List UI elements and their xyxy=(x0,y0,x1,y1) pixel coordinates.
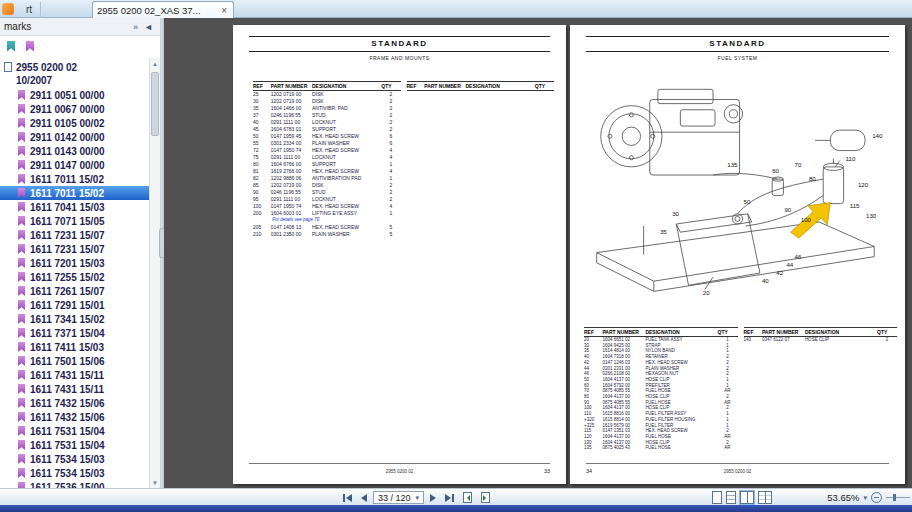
bookmark-item[interactable]: 1611 7011 15/02 xyxy=(0,172,149,186)
bookmark-item[interactable]: 2911 0147 00/00 xyxy=(0,158,149,172)
bookmark-item[interactable]: 1611 7071 15/05 xyxy=(0,214,149,228)
bookmark-item[interactable]: 1611 7536 15/00 xyxy=(0,480,149,488)
facing-pages-mode-icon[interactable] xyxy=(740,491,754,504)
next-view-button[interactable] xyxy=(478,490,493,505)
bookmark-item[interactable]: 1611 7261 15/07 xyxy=(0,284,149,298)
bookmark-item[interactable]: 1611 7431 15/11 xyxy=(0,382,149,396)
bookmark-item[interactable]: 1611 7231 15/07 xyxy=(0,242,149,256)
chevron-down-icon[interactable]: ▾ xyxy=(863,494,867,502)
single-page-mode-icon[interactable] xyxy=(712,491,722,504)
zoom-out-button[interactable] xyxy=(871,492,882,503)
bookmark-label: 1611 7431 15/11 xyxy=(30,370,104,381)
bookmark-flag-icon xyxy=(18,258,25,268)
app-logo-icon[interactable] xyxy=(2,3,14,15)
previous-page-button[interactable] xyxy=(358,492,370,504)
bookmark-flag-icon xyxy=(18,454,25,464)
bookmark-item[interactable]: 1611 7534 15/03 xyxy=(0,466,149,480)
bookmark-item[interactable]: 1611 7201 15/03 xyxy=(0,256,149,270)
bookmarks-scrollbar[interactable]: ▲ ▼ xyxy=(149,58,160,488)
bookmark-label: 1611 7531 15/04 xyxy=(30,426,105,437)
svg-text:60: 60 xyxy=(772,167,779,174)
bookmark-root-item[interactable]: 2955 0200 02 xyxy=(0,60,149,74)
svg-text:35: 35 xyxy=(660,228,667,235)
page-rule xyxy=(249,51,550,52)
bookmark-item[interactable]: 1611 7531 15/04 xyxy=(0,438,149,452)
bookmark-item[interactable]: 1611 7432 15/06 xyxy=(0,410,149,424)
last-page-button[interactable] xyxy=(442,492,457,504)
bookmark-label: 1611 7371 15/04 xyxy=(30,328,105,339)
bookmark-item[interactable]: 1611 7291 15/01 xyxy=(0,298,149,312)
bookmark-item[interactable]: 1611 7231 15/07 xyxy=(0,228,149,242)
svg-text:30: 30 xyxy=(672,210,679,217)
first-page-button[interactable] xyxy=(340,492,355,504)
bookmark-flag-icon xyxy=(18,118,25,128)
bookmark-item[interactable]: 1611 7531 15/04 xyxy=(0,424,149,438)
bookmark-label: 2911 0067 00/00 xyxy=(30,104,105,115)
tab-document[interactable]: 2955 0200 02_XAS 37... × xyxy=(92,1,234,18)
bookmark-flag-icon xyxy=(18,202,25,212)
parts-table-right-column: REFPART NUMBERDESIGNATIONQTY xyxy=(407,81,555,238)
bookmark-label: 1611 7341 15/02 xyxy=(30,314,105,325)
page-footer: 2955 0200 02 xyxy=(570,469,905,474)
scroll-up-icon[interactable]: ▲ xyxy=(150,58,160,69)
page-number-input[interactable]: 33 / 120 ▾ xyxy=(373,491,424,504)
svg-text:80: 80 xyxy=(809,175,816,182)
bookmark-flag-icon xyxy=(18,342,25,352)
bookmark-expand-tool-icon[interactable] xyxy=(5,40,17,53)
page-number: 33 xyxy=(544,468,550,474)
bookmark-list: 2911 0051 00/002911 0067 00/002911 0105 … xyxy=(0,88,149,488)
bookmark-label: 2911 0105 00/02 xyxy=(30,118,105,129)
fuel-system-diagram: 2030354042444650607080901001101151201301… xyxy=(582,73,894,323)
pdf-reader-window: rt 2955 0200 02_XAS 37... × marks » ◄ 29… xyxy=(0,0,912,512)
bookmark-item[interactable]: 1611 7501 15/06 xyxy=(0,354,149,368)
svg-text:40: 40 xyxy=(762,277,769,284)
bookmark-item[interactable]: 1611 7371 15/04 xyxy=(0,326,149,340)
bookmark-item[interactable]: 1611 7534 15/03 xyxy=(0,452,149,466)
page-number: 34 xyxy=(586,468,592,474)
bookmark-item[interactable]: 1611 7431 15/11 xyxy=(0,368,149,382)
bookmark-options-tool-icon[interactable] xyxy=(24,40,36,53)
zoom-slider[interactable] xyxy=(886,497,910,498)
bookmark-item[interactable]: 2911 0143 00/00 xyxy=(0,144,149,158)
svg-text:100: 100 xyxy=(801,216,812,223)
bookmark-item[interactable]: 1611 7411 15/03 xyxy=(0,340,149,354)
expand-panel-icon[interactable]: » xyxy=(130,22,141,32)
bookmark-item[interactable]: 2911 0142 00/00 xyxy=(0,130,149,144)
bookmark-label: 1611 7431 15/11 xyxy=(30,384,104,395)
parts-table: REFPART NUMBERDESIGNATIONQTY251202 0719 … xyxy=(253,81,554,238)
bookmark-date-item[interactable]: 10/2007 xyxy=(0,74,149,88)
previous-view-button[interactable] xyxy=(460,490,475,505)
next-page-button[interactable] xyxy=(427,492,439,504)
zoom-level[interactable]: 53.65% xyxy=(827,492,859,503)
bookmark-flag-icon xyxy=(18,468,25,478)
scroll-down-icon[interactable]: ▼ xyxy=(150,477,160,488)
bookmark-item[interactable]: 1611 7341 15/02 xyxy=(0,312,149,326)
tab-bar: rt 2955 0200 02_XAS 37... × xyxy=(0,0,912,18)
scrollbar-thumb[interactable] xyxy=(151,72,159,136)
bookmark-item[interactable]: 2911 0051 00/00 xyxy=(0,88,149,102)
bookmark-item[interactable]: 1611 7255 15/02 xyxy=(0,270,149,284)
page-navigation: 33 / 120 ▾ xyxy=(340,490,493,505)
tab-close-icon[interactable]: × xyxy=(219,5,229,16)
svg-text:135: 135 xyxy=(727,161,738,168)
bookmarks-toolbar xyxy=(0,36,160,56)
bookmark-item[interactable]: 1611 7041 15/03 xyxy=(0,200,149,214)
bookmark-flag-icon xyxy=(18,160,25,170)
bookmark-item[interactable]: 1611 7432 15/06 xyxy=(0,396,149,410)
chevron-down-icon[interactable]: ▾ xyxy=(416,494,420,502)
parts-table-left-column: REFPART NUMBERDESIGNATIONQTY201604 6651 … xyxy=(584,327,738,451)
bookmark-label: 1611 7231 15/07 xyxy=(30,230,105,241)
svg-text:46: 46 xyxy=(795,253,802,260)
bookmark-item[interactable]: 2911 0067 00/00 xyxy=(0,102,149,116)
tab-start[interactable]: rt xyxy=(18,2,41,18)
page-rule xyxy=(586,51,889,52)
continuous-facing-mode-icon[interactable] xyxy=(758,491,772,504)
collapse-panel-icon[interactable]: ◄ xyxy=(141,22,156,32)
bookmark-label: 1611 7231 15/07 xyxy=(30,244,105,255)
bookmark-item[interactable]: 2911 0105 00/02 xyxy=(0,116,149,130)
zoom-slider-thumb[interactable] xyxy=(893,494,896,501)
bookmark-label: 1611 7201 15/03 xyxy=(30,258,105,269)
bookmark-item[interactable]: 1611 7011 15/02 xyxy=(0,186,149,200)
continuous-mode-icon[interactable] xyxy=(726,491,736,504)
bookmarks-panel-header: marks » ◄ xyxy=(0,18,160,36)
